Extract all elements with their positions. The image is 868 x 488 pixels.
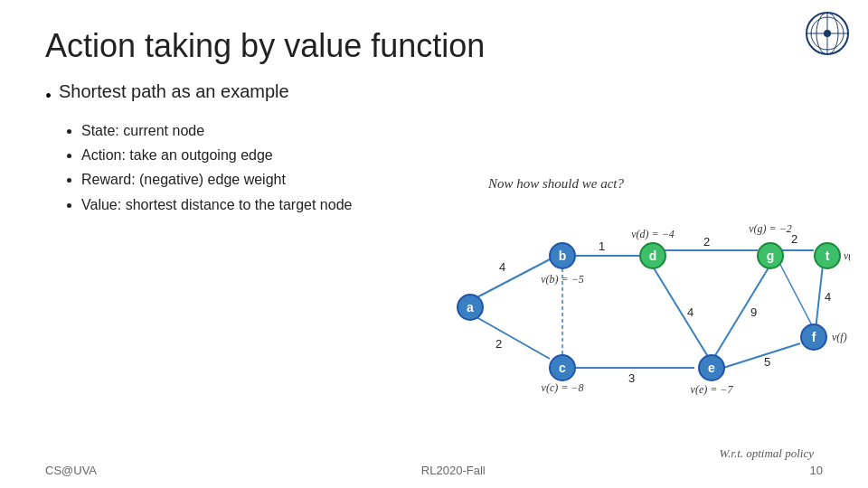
sub-bullet-1: State: current node [81,118,823,143]
svg-line-28 [778,259,812,325]
svg-text:v(g) = −2: v(g) = −2 [749,222,792,235]
svg-text:9: 9 [750,305,757,319]
svg-line-9 [470,314,550,359]
svg-text:2: 2 [703,235,710,249]
svg-text:5: 5 [764,355,770,369]
svg-text:v(b) = −5: v(b) = −5 [541,273,584,286]
svg-text:b: b [559,249,567,263]
graph-area: 4 2 1 3 2 4 9 5 2 [389,149,850,429]
svg-line-22 [723,343,800,368]
footer-right: 10 [810,464,823,477]
svg-text:1: 1 [599,239,605,253]
svg-line-18 [653,267,707,355]
svg-text:e: e [708,361,715,375]
university-logo [805,11,850,56]
svg-text:c: c [559,361,566,375]
svg-text:v(e) = −7: v(e) = −7 [691,383,734,396]
svg-text:f: f [812,330,816,344]
svg-line-20 [714,265,770,357]
svg-text:a: a [467,300,474,314]
svg-text:v(f) = −2: v(f) = −2 [832,331,850,343]
slide: Action taking by value function • Shorte… [0,0,868,488]
bullet-dot: • [45,86,52,107]
svg-text:2: 2 [791,232,797,246]
svg-text:v(c) = −8: v(c) = −8 [542,381,584,394]
slide-title: Action taking by value function [45,27,823,65]
svg-text:v(d) = −4: v(d) = −4 [631,228,675,240]
svg-text:4: 4 [825,290,831,304]
graph-svg: 4 2 1 3 2 4 9 5 2 [389,149,850,411]
footer: CS@UVA RL2020-Fall 10 [45,464,823,477]
footer-center: RL2020-Fall [421,464,486,477]
svg-line-7 [470,259,550,301]
footer-left: CS@UVA [45,464,97,477]
svg-text:4: 4 [687,305,693,319]
svg-line-26 [816,265,823,330]
svg-text:t: t [826,249,830,263]
svg-text:3: 3 [628,371,635,385]
svg-text:v(t) = 0: v(t) = 0 [844,249,850,262]
wrt-label: W.r.t. optimal policy [719,446,814,461]
svg-text:2: 2 [495,337,502,351]
main-bullet: Shortest path as an example [59,81,289,102]
svg-text:4: 4 [499,260,505,274]
svg-text:d: d [649,249,657,263]
svg-text:g: g [767,249,775,263]
